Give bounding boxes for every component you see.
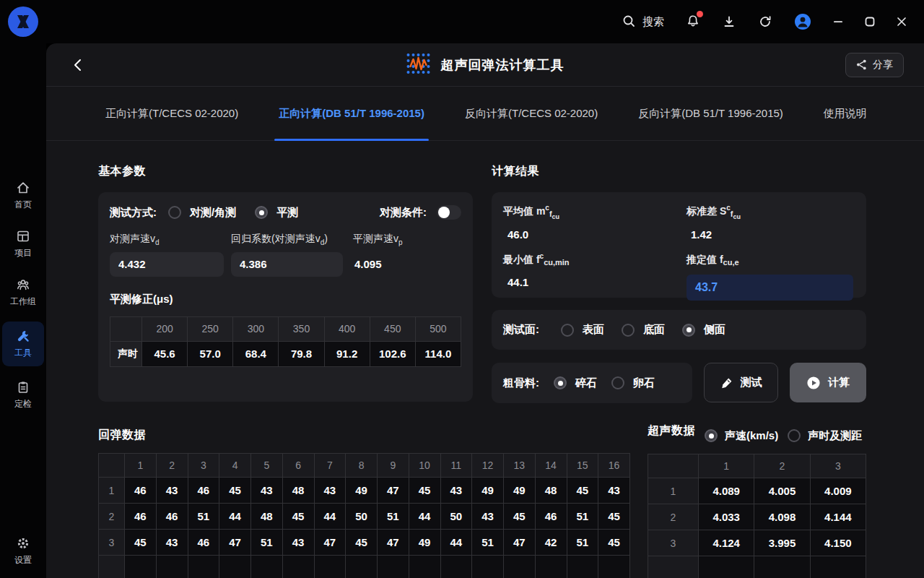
- data-cell[interactable]: 4.089: [699, 478, 754, 504]
- data-cell[interactable]: [699, 556, 754, 578]
- close-button[interactable]: [897, 17, 907, 27]
- radio-option-flattest[interactable]: 平测: [255, 206, 298, 220]
- data-cell[interactable]: [535, 556, 567, 578]
- sidebar-item-projects[interactable]: 项目: [2, 225, 44, 264]
- data-cell[interactable]: 46: [125, 504, 157, 530]
- data-cell[interactable]: 45: [567, 478, 598, 504]
- data-cell[interactable]: 51: [567, 530, 598, 556]
- radio-option-velocity[interactable]: 声速(km/s): [705, 429, 778, 443]
- radio-unselected[interactable]: [561, 324, 574, 337]
- data-cell[interactable]: 51: [472, 530, 504, 556]
- data-cell[interactable]: [810, 556, 866, 578]
- test-button[interactable]: 测试: [704, 363, 779, 402]
- data-cell[interactable]: 51: [378, 504, 409, 530]
- calculate-button[interactable]: 计算: [790, 363, 866, 402]
- data-cell[interactable]: 4.144: [810, 504, 866, 530]
- data-cell[interactable]: 45: [346, 530, 378, 556]
- data-cell[interactable]: 46: [156, 504, 188, 530]
- data-cell[interactable]: [346, 556, 378, 578]
- back-button[interactable]: [66, 53, 91, 77]
- data-cell[interactable]: 49: [346, 478, 378, 504]
- tab-reverse-tcecs[interactable]: 反向计算(T/CECS 02-2020): [445, 87, 618, 140]
- data-cell[interactable]: 114.0: [415, 341, 461, 366]
- data-cell[interactable]: 45: [598, 530, 630, 556]
- data-cell[interactable]: [598, 556, 630, 578]
- data-cell[interactable]: 47: [504, 530, 536, 556]
- radio-selected[interactable]: [682, 324, 695, 337]
- data-cell[interactable]: [156, 556, 188, 578]
- sidebar-item-tools[interactable]: 工具: [2, 322, 44, 366]
- data-cell[interactable]: [409, 556, 440, 578]
- data-cell[interactable]: 45: [598, 504, 630, 530]
- data-cell[interactable]: 102.6: [370, 341, 415, 366]
- data-cell[interactable]: 46: [535, 504, 567, 530]
- data-cell[interactable]: 47: [314, 530, 346, 556]
- radio-option-pebble[interactable]: 卵石: [611, 376, 655, 390]
- data-cell[interactable]: 46: [188, 478, 219, 504]
- data-cell[interactable]: 3.995: [754, 530, 810, 556]
- radio-selected[interactable]: [255, 206, 268, 219]
- data-cell[interactable]: 50: [440, 504, 472, 530]
- minimize-button[interactable]: [833, 17, 843, 27]
- data-cell[interactable]: 46: [125, 478, 157, 504]
- data-cell[interactable]: [188, 556, 219, 578]
- sidebar-item-home[interactable]: 首页: [2, 176, 44, 215]
- data-cell[interactable]: 51: [188, 504, 219, 530]
- tab-reverse-db51[interactable]: 反向计算(DB 51/T 1996-2015): [618, 87, 803, 140]
- data-cell[interactable]: 57.0: [188, 341, 233, 366]
- user-avatar[interactable]: [794, 13, 811, 30]
- data-cell[interactable]: 4.005: [754, 478, 810, 504]
- tab-forward-db51[interactable]: 正向计算(DB 51/T 1996-2015): [258, 87, 445, 140]
- data-cell[interactable]: 4.033: [699, 504, 754, 530]
- data-cell[interactable]: 45: [504, 504, 536, 530]
- data-cell[interactable]: 46: [188, 530, 219, 556]
- radio-option-crosstest[interactable]: 对测/角测: [168, 206, 236, 220]
- data-cell[interactable]: 43: [282, 530, 314, 556]
- data-cell[interactable]: 49: [504, 478, 536, 504]
- data-cell[interactable]: 4.009: [810, 478, 866, 504]
- data-cell[interactable]: 48: [282, 478, 314, 504]
- sidebar-item-inspection[interactable]: 定检: [2, 376, 44, 415]
- data-cell[interactable]: 91.2: [324, 341, 370, 366]
- data-cell[interactable]: 45: [409, 478, 440, 504]
- app-logo-icon[interactable]: [7, 6, 39, 38]
- data-cell[interactable]: 43: [156, 530, 188, 556]
- radio-selected[interactable]: [554, 376, 567, 389]
- radio-option-side-surface[interactable]: 侧面: [682, 323, 725, 337]
- search-button[interactable]: 搜索: [622, 14, 664, 30]
- download-button[interactable]: [722, 14, 736, 29]
- data-cell[interactable]: 51: [251, 530, 283, 556]
- cross-condition-toggle[interactable]: [437, 205, 461, 220]
- data-cell[interactable]: [504, 556, 536, 578]
- data-cell[interactable]: [282, 556, 314, 578]
- data-cell[interactable]: 45: [125, 530, 157, 556]
- data-cell[interactable]: 50: [346, 504, 378, 530]
- radio-selected[interactable]: [705, 429, 718, 442]
- data-cell[interactable]: [567, 556, 598, 578]
- data-cell[interactable]: 68.4: [233, 341, 279, 366]
- data-cell[interactable]: 4.098: [754, 504, 810, 530]
- data-cell[interactable]: 4.124: [699, 530, 754, 556]
- data-cell[interactable]: 47: [378, 478, 409, 504]
- data-cell[interactable]: [754, 556, 810, 578]
- data-cell[interactable]: 48: [251, 504, 283, 530]
- radio-unselected[interactable]: [168, 206, 181, 219]
- data-cell[interactable]: [378, 556, 409, 578]
- data-cell[interactable]: 44: [440, 530, 472, 556]
- radio-unselected[interactable]: [611, 376, 624, 389]
- sidebar-item-settings[interactable]: 设置: [2, 532, 44, 571]
- data-cell[interactable]: 47: [378, 530, 409, 556]
- data-cell[interactable]: 43: [156, 478, 188, 504]
- vd-input[interactable]: [110, 252, 224, 277]
- data-cell[interactable]: 45.6: [142, 341, 188, 366]
- sidebar-item-workgroup[interactable]: 工作组: [2, 273, 44, 312]
- radio-option-crushed-stone[interactable]: 碎石: [554, 376, 597, 390]
- data-cell[interactable]: [440, 556, 472, 578]
- share-button[interactable]: 分享: [845, 53, 904, 77]
- regression-input[interactable]: [231, 252, 343, 277]
- data-cell[interactable]: 47: [219, 530, 251, 556]
- data-cell[interactable]: 43: [440, 478, 472, 504]
- data-cell[interactable]: [314, 556, 346, 578]
- data-cell[interactable]: 42: [535, 530, 567, 556]
- radio-unselected[interactable]: [788, 429, 801, 442]
